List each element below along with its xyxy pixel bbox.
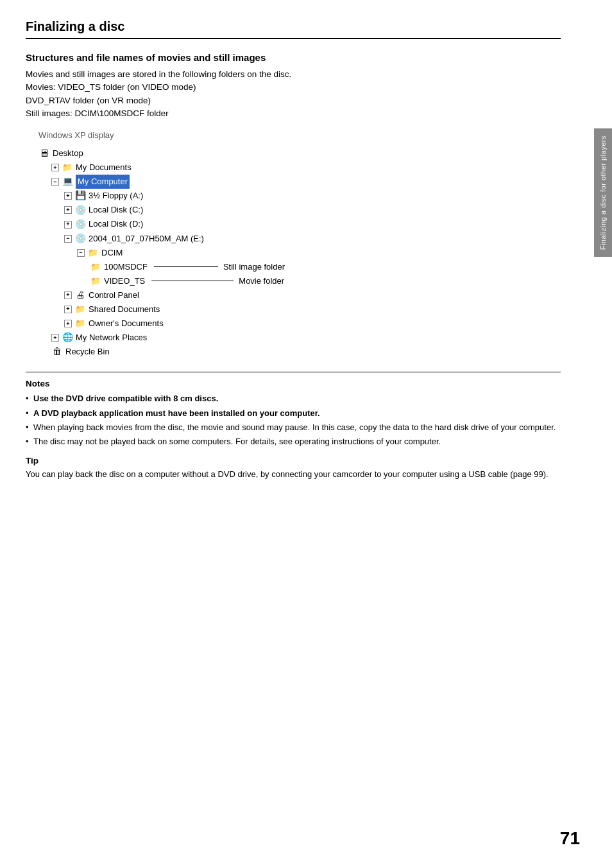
drive-d-icon: 💿 — [74, 219, 86, 230]
intro-line3: DVD_RTAV folder (on VR mode) — [26, 94, 561, 107]
network-icon: 🌐 — [62, 332, 73, 343]
page-number: 71 — [560, 828, 580, 849]
expand-icon[interactable]: + — [64, 306, 72, 313]
mycomp-icon: 💻 — [62, 176, 73, 187]
expand-icon[interactable]: + — [64, 291, 72, 299]
dcim-folder-icon: 📁 — [87, 247, 99, 259]
tree-row: − 💿 2004_01_07_07H50M_AM (E:) — [38, 232, 561, 246]
list-item: A DVD playback application must have bee… — [26, 407, 561, 420]
drive-c-icon: 💿 — [74, 204, 86, 216]
network-label: My Network Places — [76, 331, 147, 345]
note-bold-2: A DVD playback application must have bee… — [33, 408, 320, 418]
tree-row: + 💾 3½ Floppy (A:) — [38, 189, 561, 203]
note-bold-1: Use the DVD drive compatible with 8 cm d… — [33, 394, 218, 403]
tree-row: − 📁 DCIM — [38, 246, 561, 260]
section-heading: Structures and file names of movies and … — [26, 52, 561, 63]
mydocs-label: My Documents — [76, 161, 132, 175]
expand-icon[interactable]: + — [64, 320, 72, 327]
tree-row: 🗑 Recycle Bin — [38, 345, 561, 359]
shareddocs-icon: 📁 — [74, 304, 86, 315]
mycomp-label: My Computer — [76, 175, 130, 189]
tree-row: 🖥 Desktop — [38, 146, 561, 161]
videots-label: VIDEO_TS — [104, 274, 145, 288]
expand-icon[interactable]: − — [51, 178, 59, 186]
intro-line2: Movies: VIDEO_TS folder (on VIDEO mode) — [26, 81, 561, 94]
tip-text: You can play back the disc on a computer… — [26, 468, 561, 481]
videots-folder-icon: 📁 — [90, 275, 101, 287]
list-item: Use the DVD drive compatible with 8 cm d… — [26, 392, 561, 405]
shareddocs-label: Shared Documents — [89, 302, 160, 317]
annot-line-still — [154, 266, 218, 267]
list-item: When playing back movies from the disc, … — [26, 421, 561, 434]
tree-row: 📁 100MSDCF Still image folder — [38, 260, 561, 274]
ownersdocs-icon: 📁 — [74, 318, 86, 329]
desktop-label: Desktop — [53, 146, 83, 161]
msdcf-label: 100MSDCF — [104, 260, 148, 274]
tree-row: + 📁 Owner's Documents — [38, 317, 561, 331]
notes-heading: Notes — [26, 379, 561, 388]
tip-heading: Tip — [26, 456, 561, 465]
tree-row: + 💿 Local Disk (D:) — [38, 217, 561, 231]
tree-row: + 📁 My Documents — [38, 161, 561, 175]
tree-container: 🖥 Desktop + 📁 My Documents − 💻 My Comput… — [38, 146, 561, 359]
floppy-label: 3½ Floppy (A:) — [89, 189, 143, 203]
desktop-icon: 🖥 — [38, 148, 50, 159]
expand-icon[interactable]: + — [64, 192, 72, 200]
tree-row: + 📁 Shared Documents — [38, 302, 561, 317]
tree-row: 📁 VIDEO_TS Movie folder — [38, 274, 561, 288]
tree-row: + 🌐 My Network Places — [38, 331, 561, 345]
sidebar-label-text: Finalizing a disc for other players — [599, 135, 607, 250]
drive-c-label: Local Disk (C:) — [89, 203, 143, 217]
controlpanel-label: Control Panel — [89, 288, 139, 302]
msdcf-folder-icon: 📁 — [90, 261, 101, 273]
intro-line1: Movies and still images are stored in th… — [26, 68, 561, 81]
list-item: The disc may not be played back on some … — [26, 435, 561, 448]
main-heading: Finalizing a disc — [26, 19, 561, 39]
drive-e-label: 2004_01_07_07H50M_AM (E:) — [89, 232, 204, 246]
expand-icon[interactable]: + — [51, 164, 59, 171]
dcim-label: DCIM — [101, 246, 123, 260]
tree-row: + 💿 Local Disk (C:) — [38, 203, 561, 217]
intro-text: Movies and still images are stored in th… — [26, 68, 561, 120]
drive-d-label: Local Disk (D:) — [89, 217, 143, 231]
recycle-label: Recycle Bin — [65, 345, 110, 359]
tree-row: + 🖨 Control Panel — [38, 288, 561, 302]
folder-icon: 📁 — [62, 162, 73, 173]
expand-icon[interactable]: − — [77, 249, 85, 257]
tree-row: − 💻 My Computer — [38, 175, 561, 189]
expand-icon[interactable]: + — [64, 221, 72, 229]
annot-line-movie — [151, 281, 234, 281]
controlpanel-icon: 🖨 — [74, 290, 86, 301]
notes-list: Use the DVD drive compatible with 8 cm d… — [26, 392, 561, 448]
drive-e-icon: 💿 — [74, 233, 86, 245]
annot-text-movie: Movie folder — [239, 274, 284, 288]
recycle-icon: 🗑 — [51, 346, 63, 358]
notes-section: Notes Use the DVD drive compatible with … — [26, 372, 561, 481]
ownersdocs-label: Owner's Documents — [89, 317, 164, 331]
annot-text-still: Still image folder — [223, 260, 285, 274]
intro-line4: Still images: DCIM\100MSDCF folder — [26, 107, 561, 120]
sidebar-label: Finalizing a disc for other players — [594, 128, 612, 257]
floppy-icon: 💾 — [74, 190, 86, 202]
page-container: Finalizing a disc for other players Fina… — [0, 0, 612, 868]
expand-icon[interactable]: + — [64, 206, 72, 214]
expand-icon[interactable]: − — [64, 235, 72, 243]
winxp-label: Windows XP display — [38, 130, 561, 140]
expand-icon[interactable]: + — [51, 334, 59, 342]
